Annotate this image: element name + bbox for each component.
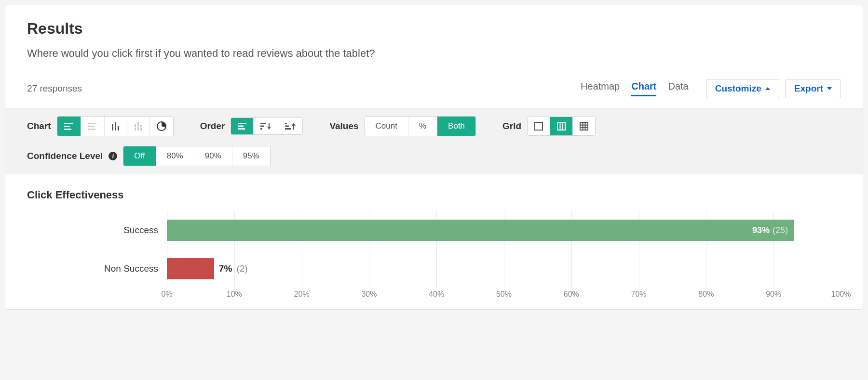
values-count[interactable]: Count — [365, 117, 408, 136]
x-tick-10: 100% — [831, 290, 851, 299]
question-text: Where would you click first if you wante… — [27, 47, 841, 60]
svg-rect-10 — [115, 122, 116, 131]
order-default[interactable] — [231, 118, 254, 134]
x-tick-9: 90% — [766, 290, 781, 299]
svg-rect-20 — [238, 126, 244, 127]
order-default-icon — [238, 123, 246, 130]
svg-rect-7 — [88, 129, 92, 130]
responses-count: 27 responses — [27, 83, 82, 94]
svg-rect-32 — [580, 122, 588, 130]
x-tick-1: 10% — [227, 290, 242, 299]
order-desc-icon — [260, 123, 271, 130]
bar-nonsuccess-label: 7% (2) — [219, 263, 248, 274]
x-tick-3: 30% — [361, 290, 377, 299]
svg-rect-22 — [260, 123, 266, 124]
chart-type-hbar[interactable] — [57, 117, 81, 136]
confidence-95[interactable]: 95% — [232, 146, 270, 166]
results-card: Results Where would you click first if y… — [5, 5, 863, 310]
chart-type-vbar[interactable] — [105, 117, 127, 136]
x-tick-5: 50% — [496, 290, 512, 299]
chart-y-labels: Success Non Success — [27, 211, 167, 288]
customize-label: Customize — [715, 83, 761, 94]
svg-rect-23 — [260, 126, 264, 127]
grid-none[interactable] — [528, 117, 550, 135]
page-title: Results — [27, 20, 841, 38]
svg-rect-19 — [238, 123, 246, 124]
x-tick-0: 0% — [161, 290, 172, 299]
x-tick-4: 40% — [429, 290, 444, 299]
bar-success[interactable]: 93% (25) — [167, 220, 794, 241]
svg-rect-16 — [140, 125, 142, 127]
summary-row: 27 responses Heatmap Chart Data Customiz… — [27, 79, 841, 98]
svg-rect-12 — [135, 124, 136, 127]
confidence-90[interactable]: 90% — [194, 146, 232, 166]
order-asc-icon — [285, 123, 296, 130]
tab-chart[interactable]: Chart — [631, 81, 656, 96]
hbar-stacked-icon — [88, 122, 97, 130]
svg-rect-14 — [137, 122, 139, 126]
bar-success-percent: 93% — [752, 225, 770, 236]
svg-rect-2 — [64, 129, 71, 130]
svg-rect-26 — [285, 126, 289, 127]
grid-both-icon — [580, 122, 588, 131]
tab-heatmap[interactable]: Heatmap — [581, 81, 620, 96]
chart-type-buttons — [57, 116, 174, 136]
chart-plot: 93% (25) 7% (2) — [167, 211, 841, 288]
bar-nonsuccess-count: (2) — [237, 263, 248, 274]
values-label: Values — [329, 121, 358, 131]
grid-vertical-icon — [557, 122, 566, 131]
confidence-off[interactable]: Off — [123, 146, 156, 166]
export-label: Export — [794, 83, 823, 94]
chart-type-vbar-stacked[interactable] — [127, 117, 150, 136]
y-label-nonsuccess: Non Success — [27, 249, 167, 288]
svg-rect-25 — [285, 123, 287, 124]
chart-type-hbar-stacked[interactable] — [81, 117, 105, 136]
svg-rect-17 — [140, 128, 142, 131]
chart-type-label: Chart — [27, 121, 51, 131]
grid-none-icon — [534, 122, 543, 131]
chart-section: Click Effectiveness Success Non Success … — [5, 174, 863, 309]
order-desc[interactable] — [254, 118, 278, 134]
svg-rect-4 — [93, 123, 96, 124]
svg-rect-28 — [535, 122, 542, 130]
options-panel: Chart — [5, 108, 863, 174]
info-icon[interactable]: i — [108, 152, 117, 160]
grid-label: Grid — [502, 121, 521, 131]
bar-row-success: 93% (25) — [167, 211, 841, 249]
confidence-group: Confidence Level i Off 80% 90% 95% — [27, 146, 271, 166]
grid-both[interactable] — [573, 117, 595, 135]
chart-type-pie[interactable] — [150, 117, 173, 136]
values-buttons: Count % Both — [365, 116, 476, 136]
x-tick-8: 80% — [698, 290, 714, 299]
svg-rect-8 — [92, 129, 95, 130]
x-tick-2: 20% — [294, 290, 310, 299]
svg-rect-15 — [137, 127, 139, 131]
order-asc[interactable] — [278, 118, 302, 134]
svg-rect-13 — [135, 128, 136, 131]
svg-rect-0 — [64, 123, 73, 124]
values-percent[interactable]: % — [408, 117, 437, 136]
svg-rect-24 — [260, 128, 262, 130]
bar-row-nonsuccess: 7% (2) — [167, 249, 841, 288]
svg-rect-21 — [238, 128, 245, 130]
grid-vertical[interactable] — [550, 117, 573, 135]
values-both[interactable]: Both — [437, 117, 475, 136]
right-controls: Heatmap Chart Data Customize Export — [581, 79, 841, 98]
grid-group: Grid — [502, 117, 596, 136]
svg-rect-11 — [118, 126, 119, 131]
x-tick-7: 70% — [631, 290, 647, 299]
confidence-80[interactable]: 80% — [156, 146, 194, 166]
confidence-buttons: Off 80% 90% 95% — [123, 146, 270, 166]
svg-rect-3 — [88, 123, 93, 124]
chart-type-group: Chart — [27, 116, 174, 136]
order-buttons — [231, 118, 303, 135]
bar-nonsuccess[interactable] — [167, 258, 214, 279]
export-button[interactable]: Export — [785, 79, 841, 98]
svg-rect-9 — [112, 124, 113, 131]
x-tick-6: 60% — [564, 290, 579, 299]
pie-icon — [157, 121, 166, 131]
tab-data[interactable]: Data — [668, 81, 688, 96]
customize-button[interactable]: Customize — [706, 79, 779, 98]
view-tabs: Heatmap Chart Data — [581, 81, 689, 96]
y-label-success: Success — [27, 211, 167, 249]
